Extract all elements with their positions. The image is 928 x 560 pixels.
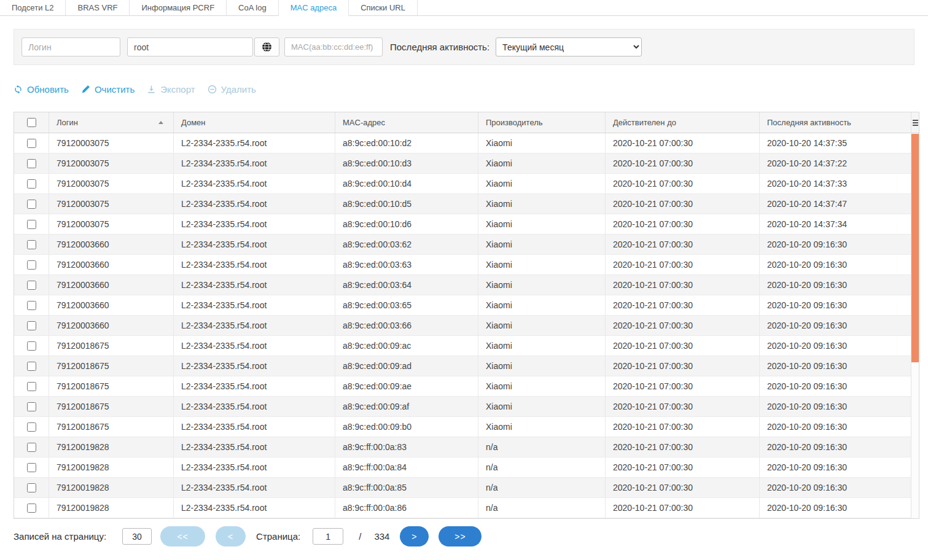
table-row[interactable]: 79120003660 L2-2334-2335.r54.root a8:9c:…	[14, 295, 919, 316]
column-header-valid-until[interactable]: Действителен до	[606, 112, 760, 133]
table-body: 79120003075 L2-2334-2335.r54.root a8:9c:…	[14, 133, 919, 518]
cell-valid-until: 2020-10-21 07:00:30	[606, 214, 760, 234]
row-checkbox[interactable]	[27, 220, 36, 229]
row-checkbox[interactable]	[27, 483, 36, 492]
clear-button[interactable]: Очистить	[81, 84, 135, 95]
table-row[interactable]: 79120003075 L2-2334-2335.r54.root a8:9c:…	[14, 174, 919, 194]
column-header-login-label: Логин	[57, 118, 78, 127]
row-checkbox[interactable]	[27, 463, 36, 472]
column-header-vendor[interactable]: Производитель	[478, 112, 606, 133]
row-checkbox[interactable]	[27, 240, 36, 249]
cell-valid-until: 2020-10-21 07:00:30	[606, 255, 760, 274]
row-checkbox[interactable]	[27, 341, 36, 351]
row-checkbox[interactable]	[27, 362, 36, 371]
login-input[interactable]	[21, 37, 120, 56]
row-checkbox[interactable]	[27, 382, 36, 391]
cell-valid-until: 2020-10-21 07:00:30	[606, 356, 760, 376]
next-page-button[interactable]: >	[400, 526, 429, 546]
cell-valid-until: 2020-10-21 07:00:30	[606, 336, 760, 356]
table-row[interactable]: 79120003660 L2-2334-2335.r54.root a8:9c:…	[14, 235, 919, 255]
page-input[interactable]	[313, 528, 343, 545]
row-checkbox[interactable]	[27, 443, 36, 452]
cell-mac: a8:9c:ed:00:03:66	[335, 316, 478, 335]
tab-coa-log[interactable]: CoA log	[227, 0, 279, 16]
export-button[interactable]: Экспорт	[147, 84, 195, 95]
domain-input[interactable]	[127, 37, 253, 56]
row-checkbox[interactable]	[27, 422, 36, 432]
last-activity-select[interactable]: Текущий месяц	[496, 37, 642, 56]
row-checkbox[interactable]	[27, 504, 36, 513]
cell-login: 79120018675	[49, 356, 174, 376]
table-row[interactable]: 79120018675 L2-2334-2335.r54.root a8:9c:…	[14, 417, 919, 437]
row-checkbox[interactable]	[27, 321, 36, 330]
table-row[interactable]: 79120018675 L2-2334-2335.r54.root a8:9c:…	[14, 376, 919, 397]
page-label: Страница:	[256, 531, 300, 542]
cell-vendor: n/a	[478, 437, 606, 457]
cell-valid-until: 2020-10-21 07:00:30	[606, 275, 760, 295]
tab-bras-vrf[interactable]: BRAS VRF	[66, 0, 130, 16]
cell-vendor: n/a	[478, 457, 606, 477]
table-row[interactable]: 79120018675 L2-2334-2335.r54.root a8:9c:…	[14, 397, 919, 417]
cell-login: 79120003660	[49, 275, 174, 295]
tab-pcrf-info[interactable]: Информация PCRF	[130, 0, 227, 16]
column-header-mac[interactable]: MAC-адрес	[335, 112, 478, 133]
table-row[interactable]: 79120018675 L2-2334-2335.r54.root a8:9c:…	[14, 356, 919, 376]
table-row[interactable]: 79120019828 L2-2334-2335.r54.root a8:9c:…	[14, 457, 919, 478]
cell-valid-until: 2020-10-21 07:00:30	[606, 235, 760, 254]
last-activity-label: Последняя активность:	[390, 42, 489, 52]
cell-login: 79120003660	[49, 295, 174, 315]
table-scrollbar-track[interactable]	[911, 134, 919, 518]
row-checkbox[interactable]	[27, 402, 36, 411]
per-page-label: Записей на страницу:	[14, 531, 106, 542]
row-checkbox[interactable]	[27, 301, 36, 310]
select-all-checkbox[interactable]	[27, 118, 36, 127]
first-page-button[interactable]: <<	[160, 526, 205, 546]
table-row[interactable]: 79120018675 L2-2334-2335.r54.root a8:9c:…	[14, 336, 919, 356]
delete-button-label: Удалить	[221, 84, 256, 95]
tab-l2-subnets[interactable]: Подсети L2	[0, 0, 66, 16]
table-row[interactable]: 79120003660 L2-2334-2335.r54.root a8:9c:…	[14, 275, 919, 295]
row-checkbox[interactable]	[27, 281, 36, 290]
delete-button[interactable]: Удалить	[208, 84, 256, 95]
domain-globe-button[interactable]	[254, 37, 279, 56]
pagination-bar: Записей на страницу: << < Страница: / 33…	[14, 526, 914, 546]
table-row[interactable]: 79120003075 L2-2334-2335.r54.root a8:9c:…	[14, 154, 919, 174]
cell-valid-until: 2020-10-21 07:00:30	[606, 376, 760, 396]
cell-mac: a8:9c:ed:00:09:b0	[335, 417, 478, 437]
cell-vendor: Xiaomi	[478, 214, 606, 234]
prev-page-button[interactable]: <	[216, 526, 246, 546]
cell-domain: L2-2334-2335.r54.root	[174, 194, 335, 214]
column-header-last-activity[interactable]: Последняя активность	[760, 112, 911, 133]
cell-valid-until: 2020-10-21 07:00:30	[606, 133, 760, 153]
table-row[interactable]: 79120019828 L2-2334-2335.r54.root a8:9c:…	[14, 437, 919, 457]
tab-url-lists[interactable]: Списки URL	[349, 0, 418, 16]
last-page-button[interactable]: >>	[439, 526, 482, 546]
table-row[interactable]: 79120019828 L2-2334-2335.r54.root a8:9c:…	[14, 498, 919, 518]
tab-mac-addresses[interactable]: MAC адреса	[279, 0, 349, 16]
table-scrollbar-thumb[interactable]	[911, 134, 919, 362]
cell-valid-until: 2020-10-21 07:00:30	[606, 174, 760, 193]
mac-input[interactable]	[284, 37, 383, 56]
column-header-login[interactable]: Логин	[49, 112, 174, 133]
table-row[interactable]: 79120003075 L2-2334-2335.r54.root a8:9c:…	[14, 133, 919, 154]
row-checkbox[interactable]	[27, 200, 36, 209]
cell-mac: a8:9c:ff:00:0a:83	[335, 437, 478, 457]
row-checkbox-cell	[14, 275, 49, 295]
row-checkbox[interactable]	[27, 260, 36, 270]
cell-mac: a8:9c:ed:00:10:d5	[335, 194, 478, 214]
row-checkbox[interactable]	[27, 179, 36, 189]
row-checkbox[interactable]	[27, 159, 36, 168]
table-row[interactable]: 79120003075 L2-2334-2335.r54.root a8:9c:…	[14, 194, 919, 214]
cell-login: 79120003075	[49, 133, 174, 153]
cell-last-activity: 2020-10-20 09:16:30	[760, 457, 919, 477]
refresh-button[interactable]: Обновить	[14, 84, 69, 95]
row-checkbox[interactable]	[27, 139, 36, 148]
per-page-input[interactable]	[122, 528, 152, 545]
table-row[interactable]: 79120003660 L2-2334-2335.r54.root a8:9c:…	[14, 316, 919, 336]
table-row[interactable]: 79120003660 L2-2334-2335.r54.root a8:9c:…	[14, 255, 919, 275]
column-settings-button[interactable]	[911, 112, 919, 133]
table-row[interactable]: 79120003075 L2-2334-2335.r54.root a8:9c:…	[14, 214, 919, 235]
cell-mac: a8:9c:ed:00:09:ac	[335, 336, 478, 356]
table-row[interactable]: 79120019828 L2-2334-2335.r54.root a8:9c:…	[14, 478, 919, 498]
column-header-domain[interactable]: Домен	[174, 112, 335, 133]
